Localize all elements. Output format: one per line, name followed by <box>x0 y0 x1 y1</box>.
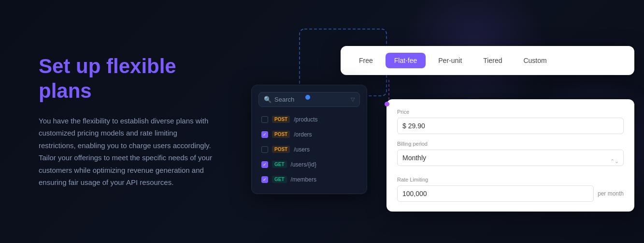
checkbox-users[interactable] <box>261 146 268 153</box>
checkbox-members[interactable] <box>261 176 268 183</box>
endpoint-row-users-id[interactable]: GET /users/{id} <box>258 157 360 172</box>
tab-custom[interactable]: Custom <box>515 53 555 68</box>
page-container: Set up flexible plans You have the flexi… <box>0 0 644 243</box>
billing-label: Billing period <box>397 141 624 147</box>
checkbox-products[interactable] <box>261 116 268 123</box>
path-users: /users <box>294 146 310 153</box>
right-section: Free Flat-fee Per-unit Tiered Custom 🔍 S… <box>242 0 644 243</box>
endpoint-row-orders[interactable]: POST /orders <box>258 127 360 142</box>
left-section: Set up flexible plans You have the flexi… <box>0 25 242 218</box>
rate-limit-row: per month <box>397 185 624 202</box>
pricing-detail-card: Price Billing period Monthly Annually We… <box>386 99 634 212</box>
path-orders: /orders <box>294 131 312 138</box>
tab-tiered[interactable]: Tiered <box>474 53 511 68</box>
path-members: /members <box>291 176 316 183</box>
tab-per-unit[interactable]: Per-unit <box>429 53 471 68</box>
path-users-id: /users/{id} <box>291 161 316 168</box>
search-bar[interactable]: 🔍 Search ▽ <box>258 92 360 107</box>
rate-limit-label: Rate Limiting <box>397 177 624 182</box>
method-badge-post-users: POST <box>272 146 290 153</box>
endpoint-row-members[interactable]: GET /members <box>258 172 360 187</box>
tab-free[interactable]: Free <box>350 53 382 68</box>
price-input[interactable] <box>397 118 624 134</box>
method-badge-get-members: GET <box>272 176 287 183</box>
endpoints-card: 🔍 Search ▽ POST /products POST /orders P… <box>251 85 367 194</box>
search-icon: 🔍 <box>264 96 272 103</box>
per-unit-label: per month <box>598 190 624 197</box>
price-label: Price <box>397 109 624 115</box>
method-badge-post-orders: POST <box>272 131 290 138</box>
connector-dot-blue <box>305 95 310 100</box>
method-badge-post-products: POST <box>272 116 290 123</box>
endpoint-row-products[interactable]: POST /products <box>258 112 360 127</box>
billing-select-wrapper: Monthly Annually Weekly <box>397 150 624 173</box>
page-heading: Set up flexible plans <box>39 54 213 103</box>
pricing-tabs-card: Free Flat-fee Per-unit Tiered Custom <box>341 46 634 75</box>
checkbox-users-id[interactable] <box>261 161 268 168</box>
checkbox-orders[interactable] <box>261 131 268 138</box>
method-badge-get-users-id: GET <box>272 161 287 168</box>
filter-icon[interactable]: ▽ <box>351 96 355 103</box>
tab-flat-fee[interactable]: Flat-fee <box>386 53 426 68</box>
search-input-display[interactable]: Search <box>274 96 348 103</box>
page-description: You have the flexibility to establish di… <box>39 115 213 189</box>
connector-dot-purple <box>385 102 389 106</box>
endpoint-row-users[interactable]: POST /users <box>258 142 360 157</box>
billing-select[interactable]: Monthly Annually Weekly <box>397 150 624 166</box>
rate-limit-input[interactable] <box>397 185 594 202</box>
path-products: /products <box>294 116 317 123</box>
